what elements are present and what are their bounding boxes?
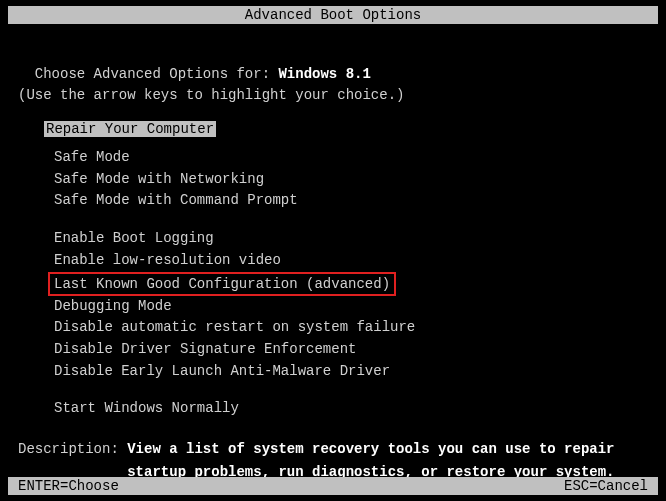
menu-item-safe-mode-with-command-prompt[interactable]: Safe Mode with Command Prompt xyxy=(54,190,658,212)
menu-item-enable-low-resolution-video[interactable]: Enable low-resolution video xyxy=(54,250,658,272)
footer-bar: ENTER=Choose ESC=Cancel xyxy=(8,477,658,495)
os-name: Windows 8.1 xyxy=(278,66,370,82)
boot-menu: Safe ModeSafe Mode with NetworkingSafe M… xyxy=(54,147,658,420)
description-line1: View a list of system recovery tools you… xyxy=(127,441,614,457)
hint-line: (Use the arrow keys to highlight your ch… xyxy=(18,85,648,107)
title-bar: Advanced Boot Options xyxy=(8,6,658,24)
menu-item-safe-mode-with-networking[interactable]: Safe Mode with Networking xyxy=(54,169,658,191)
menu-item-repair-your-computer[interactable]: Repair Your Computer xyxy=(44,121,216,137)
menu-item-disable-automatic-restart-on-system-failure[interactable]: Disable automatic restart on system fail… xyxy=(54,317,658,339)
menu-item-enable-boot-logging[interactable]: Enable Boot Logging xyxy=(54,228,658,250)
intro-prefix: Choose Advanced Options for: xyxy=(35,66,279,82)
menu-item-disable-driver-signature-enforcement[interactable]: Disable Driver Signature Enforcement xyxy=(54,339,658,361)
menu-item-disable-early-launch-anti-malware-driver[interactable]: Disable Early Launch Anti-Malware Driver xyxy=(54,361,658,383)
menu-item-safe-mode[interactable]: Safe Mode xyxy=(54,147,658,169)
intro-line: Choose Advanced Options for: Windows 8.1 xyxy=(18,42,648,85)
footer-esc: ESC=Cancel xyxy=(564,478,648,494)
menu-item-start-windows-normally[interactable]: Start Windows Normally xyxy=(54,398,658,420)
description-label: Description: xyxy=(18,441,127,457)
menu-item-last-known-good-configuration-advanced[interactable]: Last Known Good Configuration (advanced) xyxy=(48,272,396,296)
footer-enter: ENTER=Choose xyxy=(18,478,119,494)
page-title: Advanced Boot Options xyxy=(245,7,421,23)
menu-item-debugging-mode[interactable]: Debugging Mode xyxy=(54,296,658,318)
